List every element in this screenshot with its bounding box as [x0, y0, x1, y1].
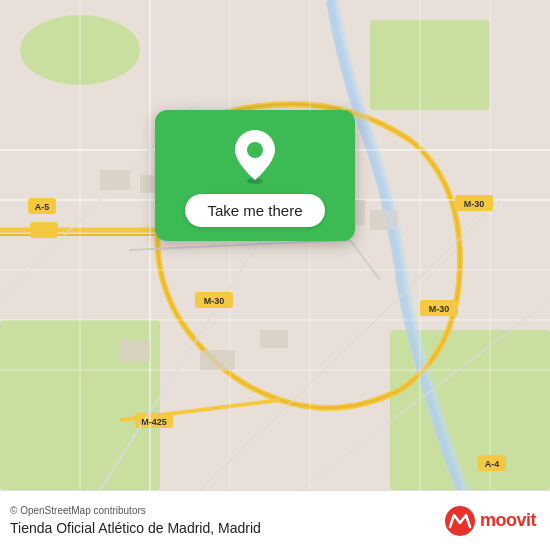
svg-text:M-30: M-30: [464, 199, 485, 209]
svg-rect-29: [100, 170, 130, 190]
moovit-logo: moovit: [444, 505, 536, 537]
bottom-bar: © OpenStreetMap contributors Tienda Ofic…: [0, 490, 550, 550]
svg-rect-33: [120, 340, 150, 362]
svg-text:M-30: M-30: [429, 304, 450, 314]
location-name: Tienda Oficial Atlético de Madrid, Madri…: [10, 520, 261, 536]
osm-attribution: © OpenStreetMap contributors: [10, 505, 261, 516]
svg-text:A-4: A-4: [485, 459, 500, 469]
location-pin-icon: [231, 128, 279, 184]
moovit-icon: [444, 505, 476, 537]
svg-text:M-425: M-425: [141, 417, 167, 427]
svg-rect-34: [200, 350, 235, 370]
svg-text:M-30: M-30: [204, 296, 225, 306]
svg-rect-5: [30, 222, 58, 238]
svg-text:A-5: A-5: [35, 202, 50, 212]
svg-rect-1: [370, 20, 490, 110]
map-container: M-30 M-30 M-30 A-4 A-5 M-425: [0, 0, 550, 490]
map-background: M-30 M-30 M-30 A-4 A-5 M-425: [0, 0, 550, 490]
svg-rect-35: [260, 330, 288, 348]
svg-point-37: [247, 142, 263, 158]
bottom-info: © OpenStreetMap contributors Tienda Ofic…: [10, 505, 261, 536]
take-me-there-button[interactable]: Take me there: [185, 194, 324, 227]
location-card: Take me there: [155, 110, 355, 241]
moovit-label: moovit: [480, 510, 536, 531]
